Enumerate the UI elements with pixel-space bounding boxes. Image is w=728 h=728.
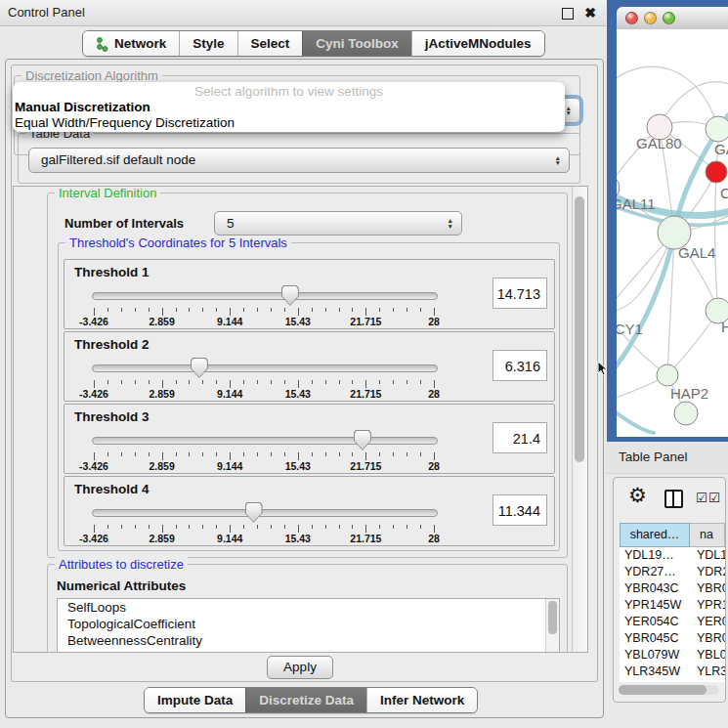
table-row[interactable]: YDR27…YDR2 bbox=[620, 564, 725, 580]
tab-select[interactable]: Select bbox=[237, 31, 303, 56]
float-window-icon[interactable] bbox=[562, 8, 574, 20]
slider-tick bbox=[230, 525, 231, 533]
slider-track[interactable] bbox=[92, 437, 438, 445]
network-node[interactable] bbox=[674, 402, 698, 425]
slider-tick-label: 15.43 bbox=[285, 460, 311, 472]
slider-tick bbox=[434, 452, 435, 460]
slider-tick bbox=[107, 308, 108, 312]
tab-cyni-toolbox[interactable]: Cyni Toolbox bbox=[302, 31, 411, 56]
column-header-shared[interactable]: shared… bbox=[620, 523, 690, 547]
slider-tick bbox=[312, 380, 313, 384]
table-row[interactable]: YIL052CYIL0 bbox=[620, 680, 725, 682]
table-data-select[interactable]: galFiltered.sif default node ▲▼ bbox=[28, 148, 570, 173]
tab-discretize-data[interactable]: Discretize Data bbox=[245, 688, 366, 712]
column-header-na[interactable]: na bbox=[690, 523, 725, 547]
close-icon[interactable]: ✖ bbox=[584, 0, 596, 25]
network-node[interactable] bbox=[657, 364, 678, 386]
slider-tick-label: 2.859 bbox=[149, 388, 174, 400]
network-window-titlebar[interactable] bbox=[617, 7, 728, 30]
slider-tick bbox=[284, 452, 285, 456]
horizontal-scrollbar[interactable] bbox=[619, 685, 718, 695]
zoom-traffic-light-icon[interactable] bbox=[663, 12, 675, 24]
slider-tick bbox=[312, 452, 313, 456]
slider-thumb[interactable] bbox=[191, 358, 208, 378]
slider-tick bbox=[202, 525, 203, 529]
checkbox-icons[interactable]: ☑☑ bbox=[696, 490, 721, 505]
tab-network[interactable]: Network bbox=[83, 31, 179, 56]
scrollbar-thumb[interactable] bbox=[575, 196, 584, 462]
cell-name: YPR1 bbox=[690, 597, 725, 614]
dropdown-option-manual-discretization[interactable]: Manual Discretization bbox=[13, 100, 565, 115]
slider-tick bbox=[176, 308, 177, 312]
slider-tick bbox=[121, 380, 122, 384]
close-traffic-light-icon[interactable] bbox=[625, 12, 638, 24]
table-row[interactable]: YLR345WYLR3 bbox=[620, 664, 725, 680]
cell-name: YBR0 bbox=[690, 580, 725, 597]
attributes-group: Attributes to discretize Numerical Attri… bbox=[47, 564, 568, 653]
threshold-value-field[interactable]: 6.316 bbox=[492, 350, 547, 381]
table-row[interactable]: YDL19…YDL1 bbox=[620, 547, 725, 564]
slider-thumb[interactable] bbox=[245, 502, 263, 523]
network-node[interactable] bbox=[706, 116, 728, 142]
attribute-item[interactable]: SelfLoops bbox=[58, 599, 559, 616]
threshold-value-field[interactable]: 21.4 bbox=[492, 422, 547, 453]
slider-tick bbox=[189, 452, 190, 456]
threshold-label: Threshold 2 bbox=[74, 337, 150, 352]
slider-tick bbox=[135, 525, 136, 529]
threshold-value-field[interactable]: 11.344 bbox=[492, 494, 547, 526]
slider-track[interactable] bbox=[92, 292, 438, 300]
attribute-item[interactable]: TopologicalCoefficient bbox=[58, 616, 559, 632]
dropdown-option-equal-width-frequency-discretization[interactable]: Equal Width/Frequency Discretization bbox=[13, 115, 565, 131]
tab-label: Impute Data bbox=[157, 693, 233, 707]
cell-shared-name: YER054C bbox=[620, 614, 690, 630]
slider-tick bbox=[352, 380, 353, 384]
cell-shared-name: YBR043C bbox=[620, 580, 690, 597]
table-row[interactable]: YBR043CYBR0 bbox=[620, 580, 725, 597]
group-title: Attributes to discretize bbox=[55, 557, 188, 572]
table-panel-header: Table Panel bbox=[606, 442, 728, 474]
node-table[interactable]: shared…na YDL19…YDL1YDR27…YDR2YBR043CYBR… bbox=[620, 523, 725, 682]
cell-shared-name: YPR145W bbox=[620, 597, 690, 614]
node-label: H bbox=[721, 319, 728, 335]
threshold-value-field[interactable]: 14.713 bbox=[492, 278, 547, 309]
attribute-item[interactable]: BetweennessCentrality bbox=[58, 632, 559, 649]
table-row[interactable]: YER054CYER0 bbox=[620, 614, 725, 630]
vertical-scrollbar[interactable] bbox=[572, 187, 587, 652]
slider-tick bbox=[162, 452, 163, 460]
number-of-intervals-select[interactable]: 5 ▲▼ bbox=[214, 211, 462, 236]
slider-tick bbox=[149, 308, 150, 312]
slider-tick bbox=[176, 525, 177, 529]
slider-tick bbox=[202, 380, 203, 384]
slider-tick bbox=[420, 308, 421, 312]
columns-icon[interactable] bbox=[664, 490, 683, 508]
group-title: Threshold's Coordinates for 5 Intervals bbox=[65, 236, 291, 250]
tab-infer-network[interactable]: Infer Network bbox=[366, 688, 477, 712]
table-row[interactable]: YBL079WYBL0 bbox=[620, 647, 725, 664]
list-scrollbar[interactable] bbox=[545, 599, 559, 653]
table-panel-title: Table Panel bbox=[619, 450, 688, 464]
tab-style[interactable]: Style bbox=[179, 31, 236, 56]
table-row[interactable]: YPR145WYPR1 bbox=[620, 597, 725, 614]
slider-track[interactable] bbox=[92, 509, 438, 517]
table-row[interactable]: YBR045CYBR0 bbox=[620, 630, 725, 647]
mouse-cursor bbox=[597, 361, 609, 376]
threshold-label: Threshold 3 bbox=[74, 409, 150, 424]
tab-impute-data[interactable]: Impute Data bbox=[145, 688, 245, 712]
numerical-attributes-list[interactable]: SelfLoopsTopologicalCoefficientBetweenne… bbox=[57, 598, 560, 653]
slider-thumb[interactable] bbox=[354, 430, 371, 450]
apply-button[interactable]: Apply bbox=[267, 656, 333, 679]
slider-tick bbox=[339, 308, 340, 312]
slider-tick bbox=[135, 308, 136, 312]
scrollbar-thumb[interactable] bbox=[619, 685, 707, 695]
slider-tick bbox=[352, 452, 353, 456]
slider-tick bbox=[312, 308, 313, 312]
minimize-traffic-light-icon[interactable] bbox=[644, 12, 657, 24]
slider-tick-label: 28 bbox=[428, 533, 440, 544]
network-canvas[interactable]: GAL80GACGAL11GAL4GCY1HHAP2 bbox=[617, 29, 728, 437]
slider-track[interactable] bbox=[92, 364, 438, 372]
tab-jactivemnodules[interactable]: jActiveMNodules bbox=[411, 31, 544, 56]
gear-icon[interactable]: ⚙ bbox=[628, 484, 647, 507]
slider-tick bbox=[325, 308, 326, 312]
network-node[interactable] bbox=[706, 161, 727, 183]
slider-thumb[interactable] bbox=[281, 285, 299, 306]
